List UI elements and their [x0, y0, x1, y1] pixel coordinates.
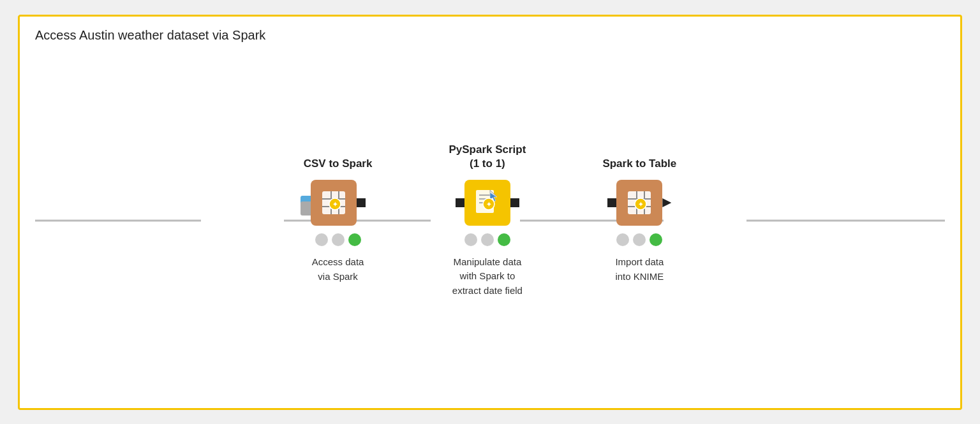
- csv-node-icon[interactable]: ✦: [311, 180, 357, 226]
- node-csv-row: ✦: [311, 180, 366, 226]
- csv-status-dots: [315, 233, 361, 246]
- dot-2: [633, 233, 646, 246]
- pyspark-node-icon[interactable]: ✦: [464, 180, 510, 226]
- node-spark-table[interactable]: Spark to Table ✦: [602, 157, 676, 284]
- dot-3-green: [348, 233, 361, 246]
- node-spark-table-row: ✦: [607, 180, 671, 226]
- dot-1: [464, 233, 477, 246]
- node-spark-table-label: Spark to Table: [602, 157, 676, 171]
- workflow-container: Access Austin weather dataset via Spark …: [18, 15, 962, 410]
- pyspark-status-dots: [464, 233, 510, 246]
- nodes-area: CSV to Spark: [35, 49, 945, 392]
- dot-2: [332, 233, 345, 246]
- pyspark-right-port: [510, 198, 519, 207]
- node-pyspark-label: PySpark Script (1 to 1): [449, 143, 526, 171]
- gray-port-tab: [301, 201, 311, 216]
- svg-text:✦: ✦: [332, 201, 338, 208]
- workflow-title: Access Austin weather dataset via Spark: [35, 28, 945, 43]
- svg-text:✦: ✦: [638, 201, 644, 208]
- grid-icon: ✦: [320, 189, 348, 217]
- node-pyspark-row: ✦: [456, 180, 519, 226]
- pyspark-description: Manipulate datawith Spark toextract date…: [452, 255, 523, 298]
- node-csv-to-spark[interactable]: CSV to Spark: [304, 157, 373, 284]
- spark-table-status-dots: [616, 233, 662, 246]
- dot-2: [481, 233, 494, 246]
- dot-1: [315, 233, 328, 246]
- csv-description: Access datavia Spark: [312, 255, 364, 284]
- spark-table-left-port: [607, 198, 616, 207]
- dot-3-green: [498, 233, 510, 246]
- pyspark-left-port: [456, 198, 464, 207]
- csv-right-port: [357, 198, 366, 207]
- spark-table-right-port: [662, 198, 671, 207]
- node-csv-label: CSV to Spark: [304, 157, 373, 171]
- svg-text:✦: ✦: [486, 201, 492, 208]
- grid-icon: ✦: [625, 189, 653, 217]
- dot-1: [616, 233, 629, 246]
- node-pyspark[interactable]: PySpark Script (1 to 1): [449, 143, 526, 298]
- spark-table-description: Import datainto KNIME: [615, 255, 664, 284]
- script-icon: ✦: [473, 189, 501, 217]
- dot-3-green: [650, 233, 662, 246]
- spark-table-node-icon[interactable]: ✦: [616, 180, 662, 226]
